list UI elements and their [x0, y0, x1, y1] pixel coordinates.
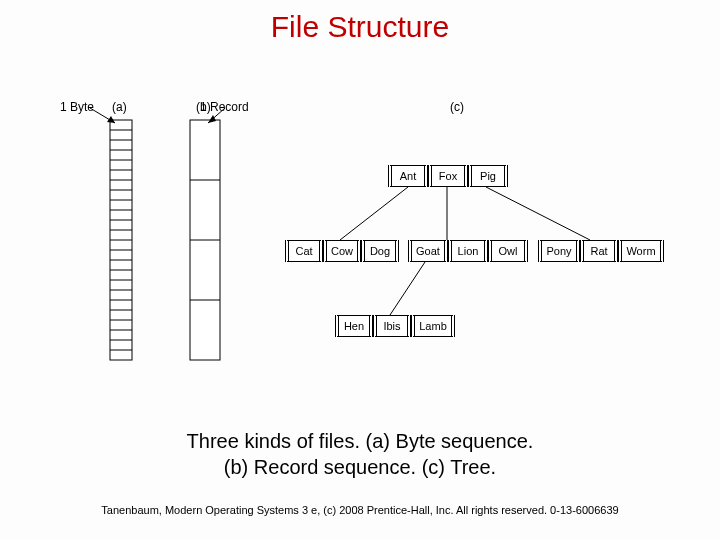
svg-line-34	[486, 187, 590, 240]
svg-line-32	[340, 187, 408, 240]
tree-node: Lion	[448, 240, 488, 262]
tree-node: Pig	[468, 165, 508, 187]
tree-node: Dog	[361, 240, 399, 262]
tree-node: Ant	[388, 165, 428, 187]
tree-node: Cow	[323, 240, 361, 262]
label-b: (b)	[196, 100, 211, 114]
tree-node: Ibis	[373, 315, 411, 337]
page-title: File Structure	[0, 0, 720, 44]
label-byte: 1 Byte	[60, 100, 94, 114]
svg-line-35	[390, 262, 425, 315]
figure-area: 1 Byte 1 Record (a) (b) (c) Ant Fox Pig …	[30, 100, 700, 410]
label-c: (c)	[450, 100, 464, 114]
tree-node: Rat	[580, 240, 618, 262]
tree-node: Goat	[408, 240, 448, 262]
tree-node: Cat	[285, 240, 323, 262]
tree-node: Fox	[428, 165, 468, 187]
tree-node: Hen	[335, 315, 373, 337]
figure-caption: Three kinds of files. (a) Byte sequence.…	[0, 428, 720, 480]
tree-node: Worm	[618, 240, 664, 262]
caption-line: Three kinds of files. (a) Byte sequence.	[187, 430, 534, 452]
footer-citation: Tanenbaum, Modern Operating Systems 3 e,…	[0, 504, 720, 516]
label-a: (a)	[112, 100, 127, 114]
tree-node: Lamb	[411, 315, 455, 337]
caption-line: (b) Record sequence. (c) Tree.	[224, 456, 496, 478]
tree-node: Pony	[538, 240, 580, 262]
tree-node: Owl	[488, 240, 528, 262]
